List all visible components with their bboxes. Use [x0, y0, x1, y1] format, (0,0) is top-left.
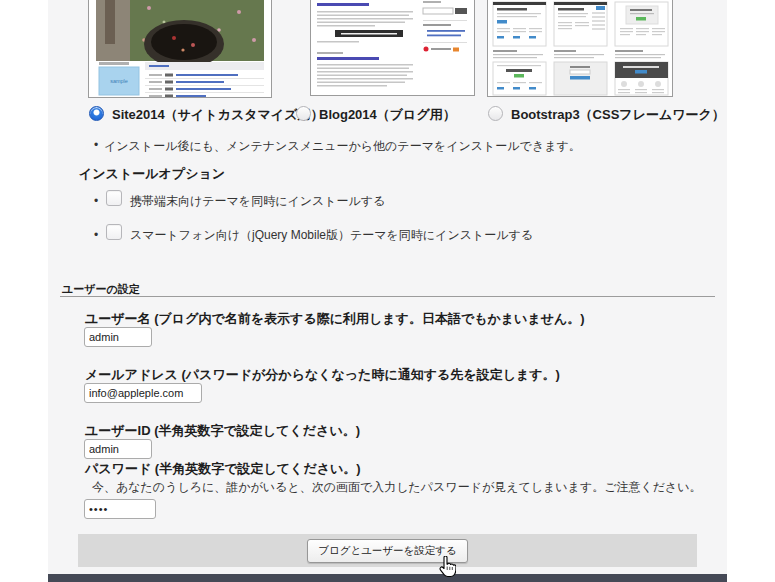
content-panel: sample — [48, 0, 727, 582]
username-input[interactable] — [84, 327, 152, 347]
note-bullet: • — [94, 138, 98, 152]
password-label: パスワード (半角英数字で設定してください。) — [85, 460, 361, 478]
install-options-heading: インストールオプション — [79, 165, 225, 183]
password-input[interactable] — [84, 499, 156, 519]
theme-preview-bootstrap3-image — [488, 0, 672, 96]
theme-radio-bootstrap3-label[interactable]: Bootstrap3（CSSフレームワーク） — [511, 106, 725, 124]
userid-label: ユーザーID (半角英数字で設定してください。) — [85, 422, 360, 440]
theme-radio-blog2014[interactable] — [296, 106, 311, 121]
theme-radio-blog2014-label[interactable]: Blog2014（ブログ用） — [319, 106, 456, 124]
theme-thumbnail-blog2014[interactable] — [310, 0, 475, 96]
email-input[interactable] — [84, 383, 202, 403]
svg-text:sample: sample — [110, 78, 128, 84]
smartphone-theme-checkbox[interactable] — [106, 224, 122, 240]
mobile-theme-checkbox[interactable] — [106, 190, 122, 206]
theme-radio-site2014-label[interactable]: Site2014（サイトカスタマイズ用） — [112, 106, 324, 124]
theme-preview-site2014-image: sample — [89, 0, 271, 97]
mobile-theme-checkbox-label[interactable]: 携帯端末向けテーマを同時にインストールする — [130, 193, 385, 210]
hand-cursor-icon — [438, 556, 456, 582]
userid-input[interactable] — [84, 439, 152, 459]
installer-page: sample — [0, 0, 775, 582]
theme-radio-site2014[interactable] — [89, 106, 104, 121]
theme-preview-blog2014-image — [311, 0, 474, 95]
smartphone-theme-checkbox-label[interactable]: スマートフォン向け（jQuery Mobile版）テーマを同時にインストールする — [130, 227, 533, 244]
option-bullet: • — [94, 194, 98, 208]
theme-thumbnail-bootstrap3[interactable] — [487, 0, 673, 97]
section-divider — [60, 296, 715, 297]
theme-note: インストール後にも、メンテナンスメニューから他のテーマをインストールできます。 — [104, 138, 581, 155]
submit-bar: ブログとユーザーを設定する — [78, 534, 697, 567]
theme-radio-bootstrap3[interactable] — [488, 106, 503, 121]
email-label: メールアドレス (パスワードが分からなくなった時に通知する先を設定します。) — [85, 366, 560, 384]
theme-thumbnail-site2014[interactable]: sample — [88, 0, 272, 98]
password-warning-note: 今、あなたのうしろに、誰かがいると、次の画面で入力したパスワードが見えてしまいま… — [92, 479, 702, 496]
user-settings-heading: ユーザーの設定 — [62, 282, 140, 297]
option-bullet: • — [94, 228, 98, 242]
username-label: ユーザー名 (ブログ内で名前を表示する際に利用します。日本語でもかまいません。) — [85, 310, 585, 328]
footer-bar — [48, 574, 727, 582]
